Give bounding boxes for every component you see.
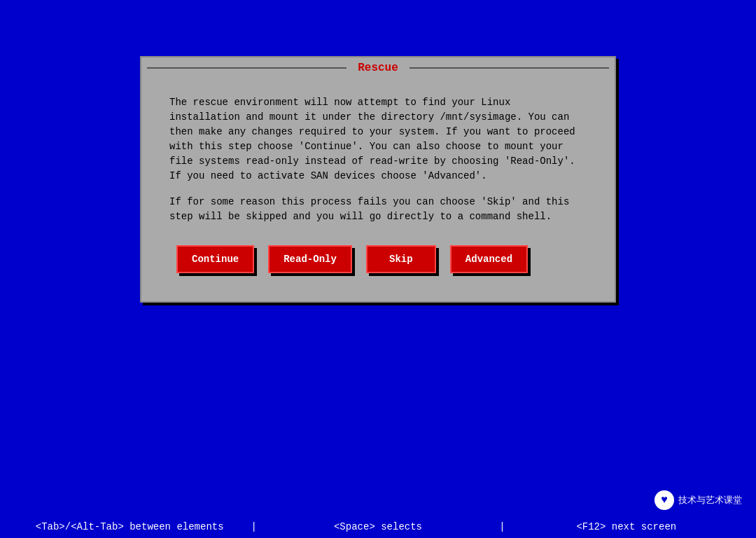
buttons-row: Continue Read-Only Skip Advanced: [169, 245, 587, 273]
dialog-title: Rescue: [352, 62, 404, 74]
skip-button[interactable]: Skip: [366, 245, 436, 273]
dialog-text-1: The rescue environment will now attempt …: [169, 95, 587, 184]
rescue-dialog: Rescue The rescue environment will now a…: [140, 56, 616, 303]
title-line-left: [147, 67, 346, 69]
statusbar-sep1: |: [251, 521, 256, 532]
continue-button[interactable]: Continue: [176, 245, 254, 273]
statusbar: <Tab>/<Alt-Tab> between elements | <Spac…: [0, 516, 756, 538]
dialog-body: The rescue environment will now attempt …: [141, 78, 615, 301]
advanced-button[interactable]: Advanced: [450, 245, 528, 273]
title-line-right: [410, 67, 609, 69]
watermark-text: 技术与艺术课堂: [678, 494, 742, 506]
statusbar-item3: <F12> next screen: [511, 521, 742, 532]
readonly-button[interactable]: Read-Only: [268, 245, 352, 273]
statusbar-item1: <Tab>/<Alt-Tab> between elements: [14, 521, 245, 532]
dialog-text-2: If for some reason this process fails yo…: [169, 195, 587, 224]
wechat-icon: ♥: [654, 490, 674, 510]
statusbar-item2: <Space> selects: [262, 521, 493, 532]
statusbar-sep2: |: [499, 521, 505, 532]
dialog-titlebar: Rescue: [141, 57, 615, 78]
watermark: ♥ 技术与艺术课堂: [654, 490, 742, 510]
